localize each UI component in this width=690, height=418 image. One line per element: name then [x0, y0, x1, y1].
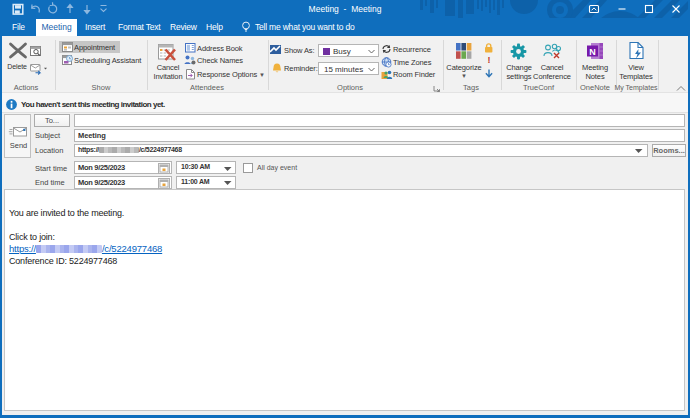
- svg-text:N: N: [589, 47, 596, 57]
